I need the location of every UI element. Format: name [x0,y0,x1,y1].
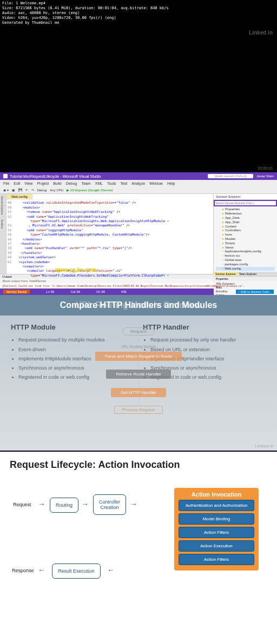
toolbar-save-icon[interactable]: 💾 [18,188,22,192]
solution-tree[interactable]: ▸Properties▸References▸App_Data▸App_Star… [214,206,277,272]
folder-icon: ▸ [222,246,224,250]
action-panel-title: Action Invocation [177,491,255,498]
side-tab-toolbox[interactable]: Toolbox [0,217,4,231]
tree-item[interactable]: ▫Web.config [216,267,275,271]
slide2-banner: URL Routing Module Overview Compare HTTP… [0,295,277,316]
list-item: Based on URL or extension [150,345,266,354]
menu-build[interactable]: Build [53,182,62,185]
tree-item[interactable]: ▸Models [216,237,275,242]
visual-studio-window: Tutorial.MvcRequestLifecycle - Microsoft… [0,172,277,295]
file-icon: ▫ [222,267,223,271]
folder-icon: ▸ [222,220,224,225]
side-tab-server[interactable]: Server Explorer [0,194,4,217]
toolbar-new-icon[interactable]: ◉ ▾ [3,188,9,192]
tree-item[interactable]: ▸App_Data [216,216,275,220]
explorer-search [214,200,277,206]
toolbar-redo-icon[interactable]: ↷ [31,188,34,192]
list-item: Implements IHttpHandler interface [150,354,266,364]
col-http-handler: HTTP Handler Request processed by only o… [143,323,266,381]
menu-team[interactable]: Team [81,182,90,185]
editor-tab-webconfig[interactable]: Web.config [6,194,32,199]
toolbar-platform[interactable]: Any CPU [50,189,63,192]
vs-body: Server Explorer Toolbox Web.config 49 50… [0,194,277,274]
list-item: Event-driven [18,345,134,354]
watermark: www.cg-ku.com [55,267,96,273]
folder-icon: ▸ [222,242,224,246]
tree-item[interactable]: ▸Content [216,225,275,229]
status-ch: Ch 38 [96,290,105,293]
toolbar-undo-icon[interactable]: ↶ [25,188,28,192]
toolbar-config[interactable]: Debug [37,189,47,192]
tree-item[interactable]: ▸fonts [216,233,275,237]
action-step: Authentication and Authorization [179,500,254,511]
tree-item[interactable]: ▸Views [216,246,275,250]
menu-edit[interactable]: Edit [14,182,20,185]
line-gutter: 49 50 51 52 53 54 55 56 57 58 59 60 61 [8,200,15,278]
tree-item[interactable]: ▫packages.config [216,263,275,267]
list-item: Implements IHttpModule interface [18,354,134,364]
menu-test[interactable]: Test [120,182,127,185]
slide2-columns: HTTP Module Request processed by multipl… [11,323,266,381]
action-step: Action Filters [179,527,254,538]
menu-debug[interactable]: Debug [66,182,77,185]
meta-size: Size: 6721566 bytes (6.41 MiB), duration… [2,6,275,11]
video-frame-black: Linked in 00:00:03 [0,26,277,172]
arrow-icon: ← [38,566,45,574]
meta-audio: Audio: aac, 48000 Hz, stereo (eng) [2,11,275,16]
arrow-icon: ↓ [137,400,140,403]
tree-item[interactable]: ▸Scripts [216,242,275,246]
props-header: Properties [214,277,277,281]
vs-editor[interactable]: Web.config 49 50 51 52 53 54 55 56 57 58… [6,194,213,274]
slide-action-invocation: Request Lifecycle: Action Invocation Req… [0,451,277,606]
slide2-title-ghost: URL Routing Module Overview [5,300,272,310]
folder-icon: ▸ [222,233,224,237]
quick-launch-input[interactable]: Quick Launch (Ctrl+Q) [208,174,253,178]
tree-item[interactable]: ▫Global.asax [216,258,275,263]
menu-xml[interactable]: XML [95,182,103,185]
explorer-search-input[interactable] [215,201,276,205]
box-result-execution: Result Execution [52,564,101,579]
tab-solution-explorer[interactable]: Solution Explorer [214,272,238,276]
arrow-icon: → [81,500,89,508]
tree-item[interactable]: ▸Properties [216,207,275,212]
list-item: Synchronous or asynchronous [18,364,134,373]
vs-user[interactable]: Janan Siam [256,175,274,178]
status-add-source[interactable]: ↑ Add to Source Cont... [236,290,274,294]
slide3-title: Request Lifecycle: Action Invocation [10,459,267,471]
folder-icon: ▸ [222,229,224,233]
flow-diagram: Request → Routing → Controller Creation … [10,487,267,584]
folder-icon: ▸ [222,212,224,216]
col2-list: Request processed by only one handlerBas… [143,336,266,381]
menu-file[interactable]: File [3,182,9,185]
tree-item[interactable]: ▸Controllers [216,229,275,233]
menu-analyze[interactable]: Analyze [131,182,145,185]
vs-titlebar: Tutorial.MvcRequestLifecycle - Microsoft… [0,172,277,180]
arrow-icon: → [130,500,137,508]
list-item: Request processed by multiple modules [18,336,134,345]
tab-team-explorer[interactable]: Team Explorer [238,272,258,276]
media-metadata: File: 1 Welcome.mp4 Size: 6721566 bytes … [0,0,277,26]
file-icon: ▫ [222,250,223,254]
toolbar-open-icon[interactable]: ▣ [12,188,15,192]
menu-window[interactable]: Window [149,182,163,185]
tree-item[interactable]: ▸References [216,212,275,216]
menu-tools[interactable]: Tools [107,182,116,185]
menu-project[interactable]: Project [37,182,49,185]
col-http-module: HTTP Module Request processed by multipl… [11,323,134,381]
code-area[interactable]: 49 50 51 52 53 54 55 56 57 58 59 60 61 <… [6,199,213,279]
vs-menubar: File Edit View Project Build Debug Team … [0,180,277,186]
code-lines[interactable]: <validation validateIntegratedModeConfig… [15,200,212,278]
tree-item[interactable]: ▫favicon.ico [216,254,275,258]
tree-item[interactable]: ▸App_Start [216,220,275,225]
overlay-gethttp: Get HTTP Handler [111,388,166,397]
menu-view[interactable]: View [24,182,32,185]
explorer-bottom-tabs: Solution Explorer Team Explorer [214,272,277,276]
meta-generated: Generated by Thumbnail me [2,21,275,25]
toolbar-run-button[interactable]: ▶ IIS Express (Google Chrome) [67,188,113,192]
slide-compare-http: URL Routing Module Overview Compare HTTP… [0,295,277,451]
folder-icon: ▸ [222,207,224,212]
vs-title: Tutorial.MvcRequestLifecycle - Microsoft… [10,175,101,178]
tree-item[interactable]: ▫ApplicationInsights.config [216,250,275,254]
action-invocation-panel: Action Invocation Authentication and Aut… [174,488,259,571]
menu-help[interactable]: Help [167,182,175,185]
